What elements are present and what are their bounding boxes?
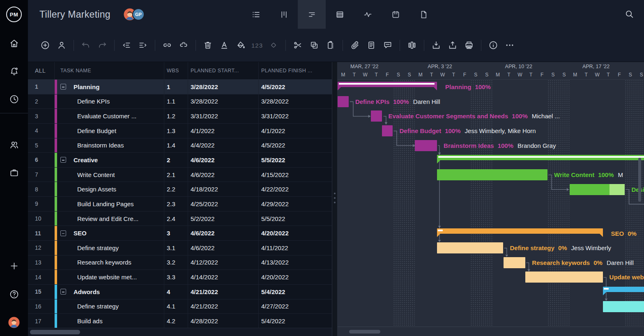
sidebar-team-button[interactable] [6,139,22,150]
row-number[interactable]: 6 [28,153,55,167]
delete-task-button[interactable] [200,37,216,53]
task-row[interactable]: 13Research keywords3.24/12/20224/13/2022 [28,255,332,270]
search-button[interactable] [623,8,636,21]
tab-board-view[interactable] [270,0,298,29]
task-name-cell[interactable]: Design Assets [55,182,164,196]
tab-list-view[interactable] [242,0,270,29]
task-name-cell[interactable]: Review and Edit Cre... [55,212,164,226]
planned-start-cell[interactable]: 4/25/2022 [188,197,259,211]
task-row[interactable]: 17Build ads4.24/28/20225/4/2022 [28,314,332,328]
task-name-cell[interactable]: Define KPIs [55,94,164,109]
tab-gantt-view[interactable] [298,0,326,29]
task-bar[interactable] [525,272,603,283]
planned-start-cell[interactable]: 4/12/2022 [188,255,259,270]
planned-start-cell[interactable]: 4/6/2022 [188,241,259,255]
wbs-cell[interactable]: 1.3 [164,124,188,138]
gantt-vertical-scrollbar[interactable] [638,158,641,202]
planned-finish-cell[interactable]: 4/5/2022 [259,138,332,153]
planned-finish-cell[interactable]: 4/22/2022 [259,182,332,196]
row-number[interactable]: 12 [28,241,55,255]
task-bar[interactable] [338,96,349,107]
planned-finish-cell[interactable]: 4/13/2022 [259,255,332,270]
redo-button[interactable] [94,37,110,53]
task-bar[interactable] [570,184,625,195]
row-number[interactable]: 13 [28,255,55,270]
wbs-cell[interactable]: 3 [164,226,188,240]
planned-finish-cell[interactable]: 3/28/2022 [259,94,332,109]
paste-button[interactable] [322,37,339,53]
planned-start-cell[interactable]: 4/18/2022 [188,182,259,196]
wbs-cell[interactable]: 1.2 [164,109,188,123]
task-name-cell[interactable]: Evaluate Customer ... [55,109,164,123]
planned-start-cell[interactable]: 4/6/2022 [188,226,259,240]
task-bar[interactable] [437,242,503,253]
row-number[interactable]: 9 [28,197,55,211]
fill-color-button[interactable] [232,37,249,53]
task-name-cell[interactable]: Planning [55,80,164,94]
milestone-button[interactable] [265,37,282,53]
more-options-button[interactable] [501,37,518,53]
cut-button[interactable] [290,37,306,53]
task-row[interactable]: 6Creative24/6/20225/5/2022 [28,153,332,168]
splitter-handle-icon[interactable] [334,193,336,206]
planned-finish-cell[interactable]: 5/5/2022 [259,153,332,167]
indent-button[interactable] [135,37,151,53]
task-bar[interactable] [603,301,644,312]
planned-start-cell[interactable]: 4/14/2022 [188,270,259,284]
collapse-toggle-icon[interactable] [60,157,66,163]
task-bar[interactable] [437,169,547,180]
task-row[interactable]: 1Planning13/28/20224/5/2022 [28,80,332,94]
planned-finish-cell[interactable]: 5/4/2022 [259,314,332,328]
notes-button[interactable] [363,37,380,53]
task-name-cell[interactable]: SEO [55,226,164,240]
planned-start-cell[interactable]: 5/2/2022 [188,212,259,226]
sidebar-home-button[interactable] [6,38,22,48]
planned-start-cell[interactable]: 4/1/2022 [188,124,259,138]
planned-start-cell[interactable]: 3/31/2022 [188,109,259,123]
undo-button[interactable] [78,37,94,53]
planned-start-cell[interactable]: 4/4/2022 [188,138,259,153]
row-number[interactable]: 8 [28,182,55,196]
sidebar-projects-button[interactable] [6,167,22,178]
row-number[interactable]: 2 [28,94,55,109]
sidebar-time-button[interactable] [6,94,22,104]
row-number[interactable]: 3 [28,109,55,123]
task-name-cell[interactable]: Update website met... [55,270,164,284]
task-row[interactable]: 3Evaluate Customer ...1.23/31/20223/31/2… [28,109,332,124]
summary-bar[interactable] [437,228,603,234]
attach-file-button[interactable] [347,37,363,53]
unlink-tasks-button[interactable] [175,37,192,53]
comment-button[interactable] [380,37,396,53]
task-name-cell[interactable]: Brainstorm Ideas [55,138,164,153]
wbs-cell[interactable]: 2 [164,153,188,167]
task-row[interactable]: 15Adwords44/21/20225/4/2022 [28,285,332,299]
gantt-horizontal-scrollbar[interactable] [338,327,644,336]
wbs-cell[interactable]: 2.1 [164,168,188,182]
column-header-all[interactable]: ALL [28,62,55,79]
row-number[interactable]: 16 [28,299,55,314]
task-name-cell[interactable]: Build ads [55,314,164,328]
column-header-task-name[interactable]: TASK NAME [55,62,164,79]
summary-bar[interactable] [437,155,644,160]
column-header-planned-start[interactable]: PLANNED START... [188,62,259,79]
planned-finish-cell[interactable]: 4/27/2022 [259,299,332,314]
scrollbar-thumb[interactable] [30,330,80,334]
planned-start-cell[interactable]: 4/21/2022 [188,285,259,299]
wbs-cell[interactable]: 2.3 [164,197,188,211]
export-button[interactable] [444,37,461,53]
row-number[interactable]: 10 [28,212,55,226]
collapse-toggle-icon[interactable] [60,230,66,236]
task-name-cell[interactable]: Adwords [55,285,164,299]
row-number[interactable]: 1 [28,80,55,94]
sidebar-help-button[interactable] [6,289,22,299]
row-number[interactable]: 17 [28,314,55,328]
planned-finish-cell[interactable]: 3/31/2022 [259,109,332,123]
planned-finish-cell[interactable]: 4/29/2022 [259,197,332,211]
task-name-cell[interactable]: Define strategy [55,241,164,255]
row-number[interactable]: 15 [28,285,55,299]
sidebar-user-avatar[interactable] [6,317,22,328]
task-name-cell[interactable]: Define Budget [55,124,164,138]
task-name-cell[interactable]: Build Landing Pages [55,197,164,211]
task-row[interactable]: 8Design Assets2.24/18/20224/22/2022 [28,182,332,197]
tab-docs-view[interactable] [409,0,437,29]
